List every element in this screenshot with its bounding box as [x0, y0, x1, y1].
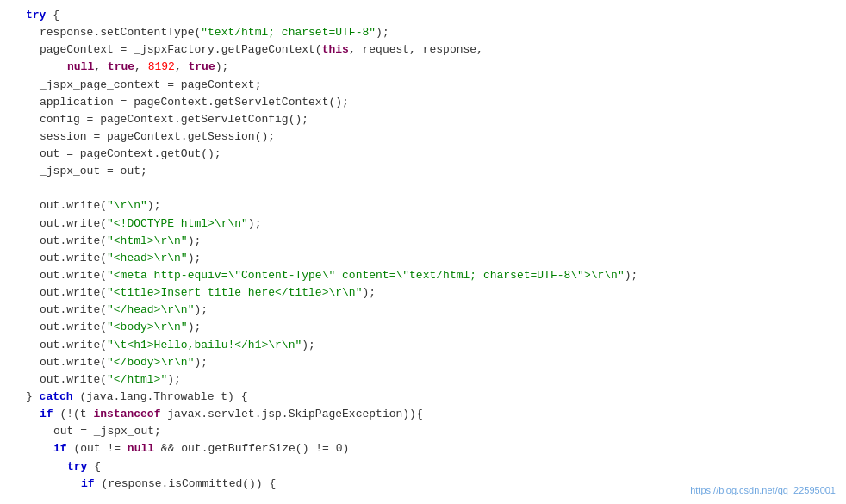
line-text: out = _jspx_out; — [7, 423, 161, 440]
code-line: out = _jspx_out; — [0, 423, 846, 440]
token-kw2: null — [67, 60, 94, 73]
token-kw2: true — [188, 60, 215, 73]
token-num: 8192 — [148, 60, 175, 73]
token-plain: out.write( — [40, 303, 107, 316]
token-kw2: instanceof — [93, 408, 160, 420]
line-text: application = pageContext.getServletCont… — [7, 94, 349, 111]
line-text: pageContext = _jspxFactory.getPageContex… — [7, 41, 483, 59]
code-line: out.write("\t<h1>Hello,bailu!</h1>\r\n")… — [0, 337, 846, 354]
code-line: out = pageContext.getOut(); — [0, 146, 846, 163]
token-plain: ); — [215, 60, 229, 73]
watermark: https://blog.csdn.net/qq_22595001 — [690, 485, 836, 495]
token-str: "</body>\r\n" — [107, 356, 194, 369]
token-str: "<meta http-equiv=\"Content-Type\" conte… — [107, 269, 625, 282]
line-text: null, true, 8192, true); — [7, 59, 228, 76]
token-str: "text/html; charset=UTF-8" — [201, 26, 376, 39]
token-plain: ); — [167, 373, 181, 386]
code-line — [0, 180, 846, 197]
token-str: "\r\n" — [107, 199, 147, 212]
token-plain: out.write( — [40, 252, 107, 264]
token-plain: (response.isCommitted()) { — [95, 477, 277, 490]
token-plain: ); — [376, 26, 389, 39]
line-text: out.write("\t<h1>Hello,bailu!</h1>\r\n")… — [7, 337, 315, 354]
token-str: "<body>\r\n" — [107, 320, 188, 333]
line-text: out.write("</head>\r\n"); — [7, 302, 208, 319]
line-text: out.write("</html>"); — [7, 371, 181, 389]
token-plain: out.write( — [40, 234, 107, 247]
token-kw2: true — [108, 60, 134, 73]
line-text: try { — [7, 7, 59, 24]
line-text: config = pageContext.getServletConfig(); — [7, 111, 308, 128]
code-line: out.write("<meta http-equiv=\"Content-Ty… — [0, 267, 846, 284]
line-text: out.write("<meta http-equiv=\"Content-Ty… — [7, 267, 638, 284]
token-plain: , — [175, 60, 189, 73]
line-text: if (response.isCommitted()) { — [7, 476, 276, 493]
token-plain: _jspx_out = out; — [40, 165, 147, 177]
token-plain: ); — [362, 286, 376, 299]
token-plain: ); — [302, 339, 315, 352]
code-line: out.write("<body>\r\n"); — [0, 319, 846, 336]
line-text: session = pageContext.getSession(); — [7, 128, 275, 146]
token-str: "</html>" — [107, 373, 167, 386]
token-str: "<html>\r\n" — [107, 234, 188, 247]
token-plain: ); — [248, 217, 262, 230]
line-text: out = pageContext.getOut(); — [7, 146, 221, 163]
token-plain: { — [87, 460, 101, 473]
token-kw2: this — [322, 43, 349, 56]
token-plain: response.setContentType( — [40, 26, 201, 39]
code-line: out.write("\r\n"); — [0, 197, 846, 215]
token-plain: ); — [194, 303, 208, 316]
token-kw: if — [81, 477, 95, 490]
code-line: response.setContentType("text/html; char… — [0, 24, 846, 41]
line-text: } catch (java.lang.Throwable t) { — [7, 389, 247, 406]
line-text: out.write("\r\n"); — [7, 197, 160, 215]
token-plain: out.write( — [40, 199, 107, 212]
code-line: if (out != null && out.getBufferSize() !… — [0, 440, 846, 457]
token-plain: , — [134, 60, 148, 73]
code-line: out.write("</body>\r\n"); — [0, 354, 846, 371]
line-text: try { — [7, 458, 101, 476]
token-plain: && out.getBufferSize() != 0) — [154, 442, 349, 455]
token-str: "</head>\r\n" — [107, 303, 194, 316]
token-plain: javax.servlet.jsp.SkipPageException)){ — [160, 408, 422, 420]
code-line: _jspx_out = out; — [0, 163, 846, 180]
code-line: } catch (java.lang.Throwable t) { — [0, 389, 846, 406]
token-plain: ); — [194, 356, 208, 369]
code-editor: try {response.setContentType("text/html;… — [0, 0, 846, 504]
line-text: out.write("<head>\r\n"); — [7, 250, 201, 267]
token-plain: , — [94, 60, 108, 73]
token-plain: config = pageContext.getServletConfig(); — [40, 113, 308, 126]
token-plain: out = _jspx_out; — [53, 425, 161, 438]
code-line: out.write("<head>\r\n"); — [0, 250, 846, 267]
token-plain: out.write( — [40, 286, 107, 299]
token-plain: out.write( — [40, 269, 107, 282]
line-text: out.write("<body>\r\n"); — [7, 319, 201, 336]
line-text: out.write("</body>\r\n"); — [7, 354, 208, 371]
token-kw: if — [53, 442, 67, 455]
token-plain: (!(t — [53, 408, 94, 420]
token-plain: out.write( — [40, 356, 107, 369]
token-plain: ); — [188, 320, 202, 333]
code-line: try { — [0, 7, 846, 24]
token-str: "<!DOCTYPE html>\r\n" — [107, 217, 248, 230]
token-plain: session = pageContext.getSession(); — [40, 130, 275, 143]
line-text: out.write("<title>Insert title here</tit… — [7, 284, 376, 302]
token-plain: _jspx_page_context = pageContext; — [40, 78, 261, 91]
token-str: "<head>\r\n" — [107, 252, 188, 264]
token-plain: application = pageContext.getServletCont… — [40, 96, 349, 109]
line-text: if (out != null && out.getBufferSize() !… — [7, 440, 349, 457]
token-plain: ); — [188, 252, 202, 264]
token-plain: ); — [147, 199, 161, 212]
code-line: pageContext = _jspxFactory.getPageContex… — [0, 41, 846, 59]
code-line: out.write("</head>\r\n"); — [0, 302, 846, 319]
code-line: config = pageContext.getServletConfig(); — [0, 111, 846, 128]
token-str: "<title>Insert title here</title>\r\n" — [107, 286, 362, 299]
line-text: response.setContentType("text/html; char… — [7, 24, 389, 41]
code-line: out.write("</html>"); — [0, 371, 846, 389]
code-line: if (!(t instanceof javax.servlet.jsp.Ski… — [0, 406, 846, 423]
token-plain: { — [46, 9, 59, 22]
token-plain: ); — [188, 234, 202, 247]
token-kw2: null — [128, 442, 154, 455]
code-line: session = pageContext.getSession(); — [0, 128, 846, 146]
token-plain: out.write( — [40, 339, 107, 352]
